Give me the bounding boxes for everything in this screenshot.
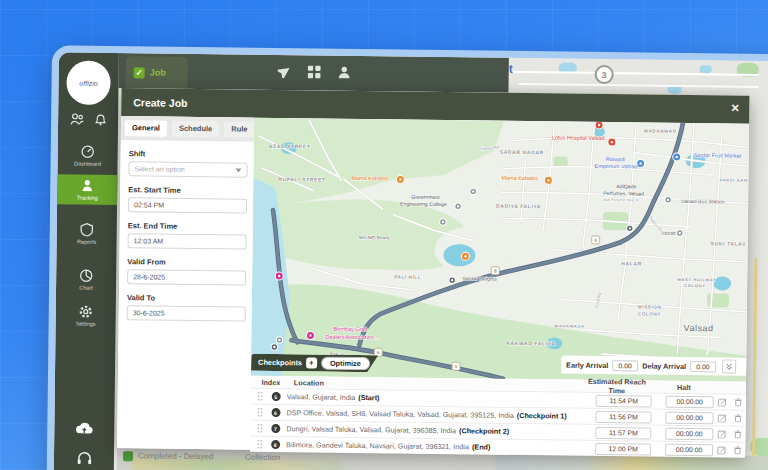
sidebar-item-reports[interactable]: Reports xyxy=(57,218,117,249)
grid-icon[interactable] xyxy=(308,65,321,78)
valid-to-input[interactable]: 30-6-2025 xyxy=(127,305,246,321)
drag-handle-icon[interactable] xyxy=(255,392,265,401)
map-label: Sardar Fruit Market xyxy=(694,152,742,159)
halt-input[interactable]: 00:00:00 xyxy=(665,443,713,456)
reach-time-input[interactable]: 12:00 PM xyxy=(595,442,651,455)
halt-input[interactable]: 00:00:00 xyxy=(666,395,714,408)
map-road xyxy=(499,71,759,76)
users-icon[interactable] xyxy=(70,112,84,125)
location-text: DSP Office, Valsad, SH6, Valsad Taluka, … xyxy=(286,408,595,421)
route-map[interactable]: 6865AZAD STREETRUPALI STREETSADAR NAGARM… xyxy=(251,118,749,382)
map-label: Riawadi xyxy=(606,156,626,162)
est-start-value: 02:54 PM xyxy=(134,201,164,208)
edit-icon[interactable] xyxy=(714,397,730,406)
tab-job[interactable]: ✓ Job xyxy=(125,56,187,89)
toolbar: ✓ Job xyxy=(118,53,508,93)
reach-time-input[interactable]: 11:57 PM xyxy=(595,426,651,439)
shift-label: Shift xyxy=(129,149,254,160)
sidebar: uffizio Dash xyxy=(53,52,119,470)
map-label: Dealers Association... xyxy=(325,334,378,341)
delay-arrival-input[interactable]: 0.00 xyxy=(690,361,716,372)
est-start-input[interactable]: 02:54 PM xyxy=(128,197,247,213)
sidebar-item-chart[interactable]: Chart xyxy=(56,264,116,295)
job-form-panel: General Schedule Rule Shift Select an op… xyxy=(117,116,254,450)
map-label: MADANWAD xyxy=(644,129,677,134)
drag-handle-icon[interactable] xyxy=(254,424,264,433)
map-poi-gray xyxy=(470,188,476,194)
delete-icon[interactable] xyxy=(730,398,746,407)
sidebar-item-label: Reports xyxy=(77,239,96,245)
chevron-down-icon xyxy=(235,169,241,173)
cloud-icon xyxy=(75,421,93,435)
map-label: MANKWADA xyxy=(555,323,585,328)
map-label: Lotus Hospital Valsad xyxy=(552,134,605,141)
reach-time-input[interactable]: 11:54 PM xyxy=(596,394,652,407)
tab-general[interactable]: General xyxy=(125,120,167,137)
edit-icon[interactable] xyxy=(713,445,729,454)
close-icon[interactable]: × xyxy=(731,100,739,116)
map-label: AdiQadri xyxy=(616,183,636,189)
map-label: Engineering College xyxy=(400,201,447,208)
sidebar-item-label: Settings xyxy=(76,321,96,327)
map-label: Bus Perfume Near M... xyxy=(603,198,642,202)
map-poi-gray xyxy=(677,230,683,236)
route-shield: 5 xyxy=(452,362,460,370)
status-icon xyxy=(123,451,133,461)
status-text: Completed - Delayed xyxy=(138,451,213,461)
delete-icon[interactable] xyxy=(729,430,745,439)
modal-title: Create Job xyxy=(133,96,187,109)
person-icon[interactable] xyxy=(338,66,351,79)
est-end-input[interactable]: 12:03 AM xyxy=(128,233,247,249)
app-window: ost 3 Completed - Delayed Collection ✓ J… xyxy=(46,45,768,470)
delete-icon[interactable] xyxy=(729,414,745,423)
map-poi-blue xyxy=(637,159,645,167)
early-arrival-input[interactable]: 0.00 xyxy=(612,360,638,371)
halt-input[interactable]: 00:00:00 xyxy=(665,411,713,424)
headphones-icon xyxy=(76,451,91,465)
map-label: WEST RAILWAY xyxy=(677,277,716,282)
header-index: Index xyxy=(255,377,287,386)
status-text: Collection xyxy=(245,453,280,462)
edit-icon[interactable] xyxy=(713,413,729,422)
drag-handle-icon[interactable] xyxy=(254,408,264,417)
est-end-value: 12:03 AM xyxy=(134,237,164,244)
halt-input[interactable]: 00:00:00 xyxy=(665,427,713,440)
tracking-icon xyxy=(80,179,94,193)
map-label: SADAR NAGAR xyxy=(500,149,544,156)
route-shield: 6 xyxy=(374,348,382,356)
bell-icon[interactable] xyxy=(94,113,107,126)
screenshot-stage: ost 3 Completed - Delayed Collection ✓ J… xyxy=(0,0,768,470)
drag-handle-icon[interactable] xyxy=(254,440,264,449)
sidebar-item-tracking[interactable]: Tracking xyxy=(57,174,117,205)
valid-to-label: Valid To xyxy=(127,293,252,304)
map-poi-gray xyxy=(440,219,446,225)
map-label: RUPALI STREET xyxy=(278,176,325,183)
reach-time-input[interactable]: 11:56 PM xyxy=(595,410,651,423)
map-poi-dark xyxy=(627,225,633,231)
delete-icon[interactable] xyxy=(729,446,745,455)
map-label: Perfumes, Valsad xyxy=(603,190,644,196)
shift-placeholder: Select an option xyxy=(134,165,184,173)
valid-to-value: 30-6-2025 xyxy=(133,309,165,316)
map-cluster-marker[interactable]: 3 xyxy=(595,65,614,84)
early-arrival-label: Early Arrival xyxy=(566,360,608,370)
support-button[interactable] xyxy=(54,450,114,465)
map-poi-pink xyxy=(306,331,314,339)
tab-schedule[interactable]: Schedule xyxy=(172,121,220,138)
sidebar-item-settings[interactable]: Settings xyxy=(56,300,116,331)
valid-from-input[interactable]: 28-6-2025 xyxy=(127,269,246,285)
add-checkpoint-button[interactable]: + xyxy=(306,357,317,368)
cloud-upload-button[interactable] xyxy=(54,420,114,435)
tab-rule[interactable]: Rule xyxy=(224,121,254,137)
sidebar-item-dashboard[interactable]: Dashboard xyxy=(57,140,117,171)
send-location-icon[interactable] xyxy=(278,65,291,78)
est-end-label: Est. End Time xyxy=(128,221,253,232)
map-poi-dark xyxy=(271,344,277,350)
optimize-button[interactable]: Optimize xyxy=(321,357,370,371)
map-poi-orange xyxy=(396,175,404,183)
edit-icon[interactable] xyxy=(713,429,729,438)
shift-select[interactable]: Select an option xyxy=(128,161,247,177)
collapse-chevrons-icon[interactable] xyxy=(722,359,736,373)
map-label: MISSION xyxy=(638,304,662,309)
app-logo: uffizio xyxy=(66,60,111,105)
